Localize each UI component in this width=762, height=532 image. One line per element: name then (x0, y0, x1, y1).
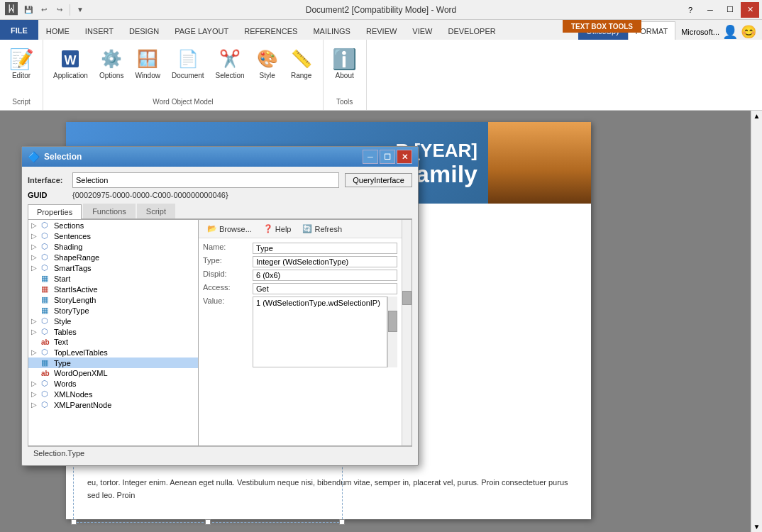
selection-icon: ✂️ (219, 48, 241, 70)
icon-style: ⬡ (41, 316, 53, 326)
tree-type[interactable]: ▷ ▦ Type (28, 358, 198, 368)
help-button[interactable]: ? (681, 2, 700, 18)
tools-group-label: Tools (336, 98, 353, 107)
interface-input[interactable] (72, 172, 339, 188)
guid-value: {00020975-0000-0000-C000-000000000046} (72, 191, 228, 199)
dialog-restore-btn[interactable]: ☐ (380, 150, 395, 164)
label-style: Style (54, 317, 71, 326)
prop-dispid-row: Dispid: 6 (0x6) (203, 270, 397, 281)
tree-text[interactable]: ▷ ab Text (28, 337, 198, 347)
prop-type-label: Type: (203, 256, 253, 267)
handle-bm (205, 519, 211, 525)
tree-shading[interactable]: ▷ ⬡ Shading (28, 241, 198, 252)
value-scrollbar[interactable] (387, 297, 397, 367)
icon-sentences: ⬡ (41, 231, 53, 240)
tree-smarttags[interactable]: ▷ ⬡ SmartTags (28, 262, 198, 273)
tab-home[interactable]: HOME (38, 21, 77, 40)
refresh-icon: 🔄 (302, 224, 312, 233)
icon-storytype: ▦ (41, 306, 53, 315)
window-controls: ? ─ ☐ ✕ (681, 2, 762, 18)
restore-button[interactable]: ☐ (721, 2, 739, 18)
tab-functions[interactable]: Functions (83, 204, 136, 218)
help-label: Help (275, 225, 292, 233)
tree-style[interactable]: ▷ ⬡ Style (28, 316, 198, 326)
editor-button[interactable]: 📝 Editor (6, 45, 37, 82)
icon-wordopenxml: ab (41, 370, 53, 377)
dialog-statusbar: Selection.Type (28, 446, 412, 460)
tab-view[interactable]: VIEW (404, 21, 440, 40)
tab-page-layout[interactable]: PAGE LAYOUT (167, 21, 236, 40)
props-toolbar: 📂 Browse... ❓ Help 🔄 Refresh (199, 220, 402, 238)
document-button[interactable]: 📄 Document (167, 45, 209, 82)
dialog-tree[interactable]: ▷ ⬡ Sections ▷ ⬡ Sentences ▷ ⬡ Shadi (28, 220, 199, 445)
prop-value-row: Value: 1 (WdSelectionType.wdSelectionIP) (203, 297, 397, 367)
label-shaperange: ShapeRange (54, 253, 99, 262)
page-photo (488, 122, 591, 204)
tools-group-items: ℹ️ About (329, 43, 360, 98)
tree-xmlnodes[interactable]: ▷ ⬡ XMLNodes (28, 389, 198, 399)
style-label: Style (260, 72, 275, 79)
customize-quickbtn[interactable]: ▼ (73, 3, 87, 17)
minimize-button[interactable]: ─ (701, 2, 719, 18)
application-button[interactable]: W Application (49, 45, 92, 82)
page-vscrollbar[interactable]: ▲ ▼ (751, 111, 762, 532)
vscroll-down-btn[interactable]: ▼ (753, 523, 761, 531)
about-button[interactable]: ℹ️ About (329, 45, 360, 82)
help-btn[interactable]: ❓ Help (260, 223, 294, 235)
user-emoji: 😊 (741, 24, 756, 40)
word-icon: 🆆 (4, 3, 18, 17)
help-icon: ❓ (263, 224, 273, 233)
selection-dialog[interactable]: 🔷 Selection ─ ☐ ✕ Interface: QueryInterf… (21, 146, 419, 466)
expand-style: ▷ (31, 317, 41, 325)
split-scrollbar-thumb (402, 291, 412, 305)
tab-insert[interactable]: INSERT (77, 21, 121, 40)
tab-file[interactable]: FILE (0, 20, 38, 40)
user-avatar: 👤 (722, 24, 738, 40)
tree-words[interactable]: ▷ ⬡ Words (28, 378, 198, 389)
options-button[interactable]: ⚙️ Options (95, 45, 128, 82)
tree-wordopenxml[interactable]: ▷ ab WordOpenXML (28, 368, 198, 378)
browse-btn[interactable]: 📂 Browse... (204, 223, 255, 235)
dialog-split: ▷ ⬡ Sections ▷ ⬡ Sentences ▷ ⬡ Shadi (28, 219, 412, 446)
tree-topleveltables[interactable]: ▷ ⬡ TopLevelTables (28, 347, 198, 358)
tab-script[interactable]: Script (137, 204, 175, 218)
refresh-btn[interactable]: 🔄 Refresh (299, 223, 345, 235)
tab-properties[interactable]: Properties (28, 204, 82, 219)
tree-storytype[interactable]: ▷ ▦ StoryType (28, 305, 198, 316)
style-button[interactable]: 🎨 Style (252, 45, 283, 82)
selection-button[interactable]: ✂️ Selection (211, 45, 249, 82)
tab-design[interactable]: DESIGN (121, 21, 167, 40)
tree-storylength[interactable]: ▷ ▦ StoryLength (28, 294, 198, 305)
prop-value-value[interactable]: 1 (WdSelectionType.wdSelectionIP) (253, 297, 387, 367)
window-button[interactable]: 🪟 Window (131, 45, 165, 82)
save-quickbtn[interactable]: 💾 (21, 3, 35, 17)
icon-start: ▦ (41, 274, 53, 283)
props-table: Name: Type Type: Integer (WdSelectionTyp… (199, 238, 402, 445)
dialog-minimize-btn[interactable]: ─ (363, 150, 378, 164)
tree-xmlparentnode[interactable]: ▷ ⬡ XMLParentNode (28, 399, 198, 410)
tab-mailings[interactable]: MAILINGS (305, 21, 358, 40)
tree-startisactive[interactable]: ▷ ▦ StartIsActive (28, 284, 198, 294)
tree-sections[interactable]: ▷ ⬡ Sections (28, 220, 198, 231)
tab-review[interactable]: REVIEW (358, 21, 404, 40)
tree-tables[interactable]: ▷ ⬡ Tables (28, 326, 198, 337)
redo-quickbtn[interactable]: ↪ (53, 3, 67, 17)
dialog-close-btn[interactable]: ✕ (397, 150, 412, 164)
tree-sentences[interactable]: ▷ ⬡ Sentences (28, 231, 198, 241)
range-icon: 📏 (290, 48, 313, 70)
query-interface-btn[interactable]: QueryInterface (345, 173, 412, 187)
icon-text: ab (41, 338, 53, 346)
ribbon-group-word-object-model: W Application ⚙️ Options 🪟 Window (43, 40, 324, 110)
tree-start[interactable]: ▷ ▦ Start (28, 273, 198, 284)
body-para-footer: eu, tortor. Integer enim. Aenean eget nu… (87, 477, 570, 501)
prop-type-row: Type: Integer (WdSelectionType) (203, 256, 397, 267)
close-button[interactable]: ✕ (741, 2, 759, 18)
vscroll-up-btn[interactable]: ▲ (753, 112, 761, 120)
tree-shaperange[interactable]: ▷ ⬡ ShapeRange (28, 252, 198, 262)
tab-developer[interactable]: DEVELOPER (440, 21, 503, 40)
expand-xmlnodes: ▷ (31, 390, 41, 398)
undo-quickbtn[interactable]: ↩ (37, 3, 51, 17)
split-scrollbar[interactable] (402, 220, 412, 445)
tab-references[interactable]: REFERENCES (236, 21, 305, 40)
range-button[interactable]: 📏 Range (286, 45, 317, 82)
